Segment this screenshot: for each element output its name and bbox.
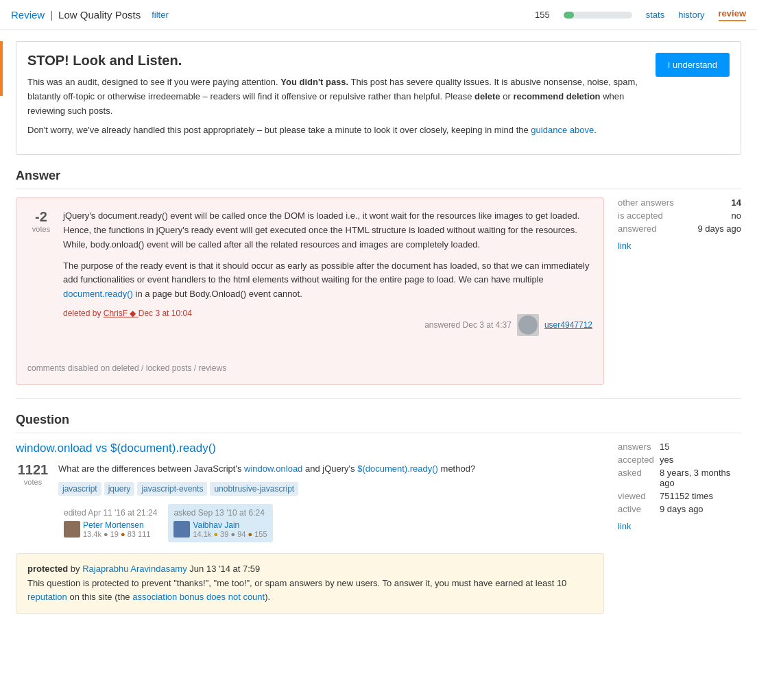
progress-bar [564,12,632,19]
user-cards: edited Apr 11 '16 at 21:24 Peter Mortens… [58,504,604,542]
tag-unobtrusive-javascript[interactable]: unobtrusive-javascript [210,482,298,496]
answers-stat: answers 15 [618,442,741,452]
stop-title: STOP! Look and Listen. [27,53,642,69]
answer-paragraph-2: The purpose of the ready event is that i… [63,259,592,302]
association-bonus-link[interactable]: association bonus does not count [132,592,265,602]
window-onload-link[interactable]: window.onload [244,463,302,474]
header-right: 155 stats history review [535,8,746,21]
question-section-header: Question [16,413,741,433]
vote-count: -2 votes [27,209,55,233]
question-text: What are the differences between JavaScr… [58,462,604,476]
editor-name: Peter Mortensen [83,520,150,530]
progress-count: 155 [535,10,550,20]
accepted-stat: accepted yes [618,455,741,465]
asker-avatar [173,521,190,538]
editor-rep: 13.4k ● 19 ● 83 111 [83,530,150,538]
question-body: What are the differences between JavaScr… [58,462,604,542]
question-section: Question window.onload vs $(document).re… [16,413,741,614]
question-meta: 1121 votes What are the differences betw… [16,462,604,542]
review-nav-link[interactable]: Review [11,9,45,21]
answer-paragraph-1: jQuery's document.ready() event will be … [63,209,592,252]
asker-rep: 14.1k ● 39 ● 94 ● 155 [193,530,267,538]
viewed-stat: viewed 751152 times [618,491,741,501]
asked-stat: asked 8 years, 3 months ago [618,468,741,488]
stop-paragraph-2: Don't worry, we've already handled this … [27,123,642,138]
tag-jquery[interactable]: jquery [104,482,135,496]
answer-section-header: Answer [16,169,741,189]
answer-sidebar-stats: other answers 14 is accepted no answered… [618,197,741,251]
question-link[interactable]: link [618,521,632,531]
question-vote-label: votes [16,478,50,486]
asker-card: asked Sep 13 '10 at 6:24 Vaibhav Jain 14… [168,504,272,542]
stop-paragraph-1: This was an audit, designed to see if yo… [27,75,642,118]
is-accepted-stat: is accepted no [618,210,741,221]
stats-nav-link[interactable]: stats [646,10,664,20]
reputation-link[interactable]: reputation [27,592,67,602]
answered-stat: answered 9 days ago [618,224,741,234]
ask-action: asked Sep 13 '10 at 6:24 [173,508,267,518]
answer-link[interactable]: link [618,241,632,251]
other-answers-stat: other answers 14 [618,197,741,208]
page-header: Review | Low Quality Posts filter 155 st… [0,0,757,30]
question-tags: javascript jquery javascript-events unob… [58,482,604,496]
document-ready-link[interactable]: document.ready() [63,289,133,299]
question-title-link[interactable]: window.onload vs $(document).ready() [16,442,604,455]
answer-sidebar: other answers 14 is accepted no answered… [618,197,741,385]
page-title: Low Quality Posts [58,9,141,21]
question-sidebar: answers 15 accepted yes asked 8 years, 3… [618,442,741,614]
answer-user-avatar [517,314,539,336]
editor-avatar [64,521,80,538]
answer-body: jQuery's document.ready() event will be … [63,209,592,336]
editor-card: edited Apr 11 '16 at 21:24 Peter Mortens… [58,504,163,542]
protected-box: protected by Rajaprabhu Aravindasamy Jun… [16,553,604,614]
asker-name: Vaibhav Jain [193,520,267,530]
tag-javascript-events[interactable]: javascript-events [137,482,207,496]
comments-disabled: comments disabled on deleted / locked po… [27,363,592,373]
vote-label: votes [27,225,55,233]
avatar-icon [518,315,538,335]
answered-info: answered Dec 3 at 4:37 user4947712 [424,314,592,336]
history-nav-link[interactable]: history [678,10,704,20]
tag-javascript[interactable]: javascript [58,482,101,496]
understand-button[interactable]: I understand [656,53,730,77]
protector-link[interactable]: Rajaprabhu Aravindasamy [82,564,187,574]
answer-post: -2 votes jQuery's document.ready() event… [16,197,604,385]
vote-number: -2 [27,209,55,225]
filter-link[interactable]: filter [152,10,169,20]
question-main: window.onload vs $(document).ready() 112… [16,442,604,614]
main-content: STOP! Look and Listen. This was an audit… [5,30,752,625]
progress-bar-fill [564,12,574,19]
active-stat: active 9 days ago [618,504,741,514]
question-vote-number: 1121 [16,462,50,478]
edit-action: edited Apr 11 '16 at 21:24 [64,508,157,518]
header-separator: | [50,9,53,21]
review-tab-link[interactable]: review [719,8,746,21]
question-sidebar-stats: answers 15 accepted yes asked 8 years, 3… [618,442,741,531]
stop-box: STOP! Look and Listen. This was an audit… [16,41,741,155]
stop-box-content: STOP! Look and Listen. This was an audit… [27,53,642,143]
jquery-ready-link[interactable]: $(document).ready() [357,463,438,474]
answer-user-link[interactable]: user4947712 [544,320,592,330]
vote-section: -2 votes jQuery's document.ready() event… [27,209,592,336]
guidance-link[interactable]: guidance above [531,125,594,135]
header-left: Review | Low Quality Posts filter [11,9,535,21]
answer-layout: -2 votes jQuery's document.ready() event… [16,197,741,385]
question-votes: 1121 votes [16,462,50,486]
answer-main: -2 votes jQuery's document.ready() event… [16,197,604,385]
answer-section: Answer -2 votes jQuery's document.ready(… [16,169,741,385]
question-layout: window.onload vs $(document).ready() 112… [16,442,741,614]
deleter-link[interactable]: ChrisF ◆ [104,309,139,318]
accent-bar [0,41,3,96]
section-divider [16,398,741,399]
